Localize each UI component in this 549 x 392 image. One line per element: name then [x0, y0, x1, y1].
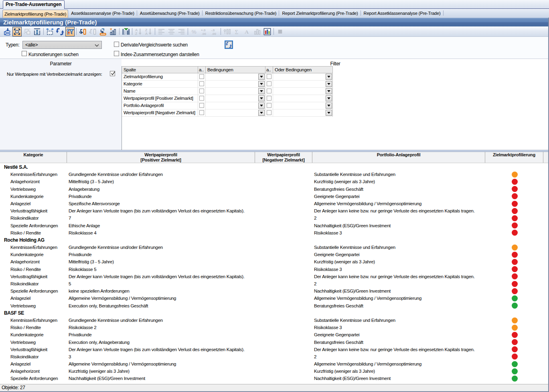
zielmarkt-status-dot-green [512, 361, 518, 367]
view-tab-3[interactable]: Assetüberwachung (Pre-Trade) [137, 9, 203, 18]
filter-active-checkbox[interactable] [267, 81, 271, 86]
view-tab-label: Assetklassenanalyse (Pre-Trade) [71, 9, 134, 17]
grid-data-row[interactable]: KundenkategoriePrivatkundeGeeignete Gege… [0, 251, 549, 258]
view-tab-1[interactable]: Zielmarktprofilierung (Pre-Trade) [2, 10, 68, 18]
view-tab-2[interactable]: Assetklassenanalyse (Pre-Trade) [68, 9, 137, 18]
add-decimal-button: +.0.00 [200, 27, 209, 36]
only-target-market-checkbox[interactable] [110, 71, 115, 76]
grid-data-row[interactable]: Risiko / RenditeRisikoklasse 4Risikoklas… [0, 229, 549, 236]
grid-group-row[interactable]: Nestlé S.A. [0, 164, 549, 171]
fit-width-button[interactable] [45, 27, 55, 36]
grid-data-row[interactable]: AnlagezielAllgemeine Vermögensbildung / … [0, 295, 549, 302]
grid-data-row[interactable]: VerlusttragfähigkeitDer Anleger kann Ver… [0, 346, 549, 353]
grid-data-row[interactable]: Spezielle AnforderungenNachhaltigkeit (E… [0, 375, 549, 382]
cell-kategorie: Kenntnisse/Erfahrungen [10, 171, 57, 178]
grid-data-row[interactable]: Kenntnisse/ErfahrungenGrundlegende Kennt… [0, 317, 549, 324]
grid-data-row[interactable]: Kenntnisse/ErfahrungenGrundlegende Kennt… [0, 244, 549, 251]
grid-data-row[interactable]: VerlusttragfähigkeitDer Anleger kann Ver… [0, 207, 549, 214]
fit-to-window-button[interactable] [12, 27, 22, 36]
cell-wertpapierprofil-positiv: Nachhaltigkeit (ESG)/Green Investment [69, 375, 145, 382]
grid-column-header-4[interactable]: Portfolio-Anlageprofil [312, 152, 485, 163]
grid-data-row[interactable]: Risiko / RenditeRisikoklasse 2Risikoklas… [0, 324, 549, 331]
workspace-tab-pre-trade-auswertungen[interactable]: Pre-Trade-Auswertungen [3, 0, 65, 9]
workspace-tab-label: Pre-Trade-Auswertungen [6, 2, 61, 7]
goto-row-button[interactable] [98, 27, 107, 36]
grid-data-row[interactable]: Spezielle AnforderungenEthische AnlageNa… [0, 222, 549, 229]
filter-active-checkbox[interactable] [267, 96, 271, 101]
condition-dropdown-button[interactable] [258, 88, 265, 94]
grid-data-row[interactable]: VertriebswegExecution only, Anlageberatu… [0, 339, 549, 346]
grid-data-row[interactable]: Risikoindikator32 [0, 353, 549, 360]
grid-data-row[interactable]: Risiko / RenditeRisikoklasse 5Risikoklas… [0, 266, 549, 273]
grid-column-header-2[interactable]: Wertpapierprofil[Positiver Zielmarkt] [67, 152, 255, 163]
filter-active-checkbox[interactable] [199, 74, 204, 79]
grid-data-row[interactable]: AnlagehorizontKurzfristig (weniger als 3… [0, 368, 549, 375]
grid-data-row[interactable]: KundenkategoriePrivatkundeGeeignete Gege… [0, 331, 549, 338]
load-layout-button[interactable] [2, 27, 12, 36]
grid-column-header-5[interactable]: Zielmarktprofilierung [485, 152, 543, 163]
cell-kategorie: Anlageziel [10, 200, 30, 207]
filter-settings-button[interactable] [65, 27, 75, 36]
filter-active-checkbox[interactable] [199, 96, 204, 101]
filter-active-checkbox[interactable] [199, 89, 204, 93]
chart-button[interactable] [263, 27, 272, 36]
grid-data-row[interactable]: Risikoindikator52 [0, 280, 549, 287]
execute-search-button[interactable] [225, 40, 233, 49]
cell-kategorie: Spezielle Anforderungen [10, 287, 58, 295]
condition-dropdown-button[interactable] [326, 110, 332, 116]
condition-dropdown-button[interactable] [258, 103, 265, 109]
view-tab-label: Assetüberwachung (Pre-Trade) [140, 9, 200, 17]
view-tab-4[interactable]: Restriktionsüberwachung (Pre-Trade) [203, 9, 280, 18]
column-stripes-button[interactable] [121, 27, 130, 36]
filter-active-checkbox[interactable] [199, 103, 204, 108]
grid-data-row[interactable]: VertriebswegAnlageberatungBeratungsfreie… [0, 186, 549, 193]
grid-data-row[interactable]: Spezielle Anforderungenkeine speziellen … [0, 287, 549, 295]
grid-data-row[interactable]: AnlagezielAllgemeine Vermögensbildung / … [0, 360, 549, 368]
dropdown-arrow-icon [260, 105, 263, 107]
grid-data-row[interactable]: VertriebswegExecution only, Beratungsfre… [0, 302, 549, 309]
zielmarkt-status-dot-green [512, 303, 518, 309]
condition-dropdown-button[interactable] [326, 74, 332, 80]
grid-data-row[interactable]: AnlagehorizontMittelfristig (3 - 5 Jahre… [0, 258, 549, 265]
filter-active-checkbox[interactable] [267, 74, 271, 79]
grid-column-header-3[interactable]: Wertpapierprofil[Negativer Zielmarkt] [255, 152, 312, 163]
filter-active-checkbox[interactable] [199, 81, 204, 86]
condition-dropdown-button[interactable] [326, 88, 332, 94]
grid-data-row[interactable]: VerlusttragfähigkeitDer Anleger kann Ver… [0, 273, 549, 280]
grid-data-row[interactable]: Risikoindikator72 [0, 214, 549, 222]
kursnotierungen-checkbox[interactable] [22, 51, 27, 56]
grid-group-row[interactable]: BASF SE [0, 309, 549, 317]
filter-active-checkbox[interactable] [267, 89, 271, 93]
condition-dropdown-button[interactable] [326, 95, 332, 101]
filter-active-cell [198, 109, 206, 117]
parameter-section-label: Parameter [0, 61, 122, 67]
fit-height-button[interactable] [32, 27, 42, 36]
goto-column-button[interactable] [78, 27, 87, 36]
grid-data-row[interactable]: AnlagehorizontMittelfristig (3 - 5 Jahre… [0, 178, 549, 185]
cell-wertpapierprofil-positiv: Allgemeine Vermögensbildung / Vermögenso… [69, 360, 176, 368]
view-tab-6[interactable]: Report Assetklassenanalyse (Pre-Trade) [361, 9, 444, 18]
condition-dropdown-button[interactable] [326, 103, 332, 109]
filter-active-checkbox[interactable] [199, 110, 204, 115]
view-tab-5[interactable]: Report Zielmarktprofilierung (Pre-Trade) [279, 9, 361, 18]
filter-active-checkbox[interactable] [267, 110, 271, 115]
refresh-button[interactable] [55, 27, 65, 36]
grid-column-header-line: Portfolio-Anlageprofil [312, 152, 485, 158]
grid-data-row[interactable]: Kenntnisse/ErfahrungenGrundlegende Kennt… [0, 171, 549, 178]
typen-select[interactable]: <alle> [22, 41, 102, 49]
condition-dropdown-button[interactable] [258, 81, 265, 87]
condition-dropdown-button[interactable] [258, 110, 265, 116]
condition-dropdown-button[interactable] [326, 81, 332, 87]
column-histogram-button[interactable] [108, 27, 117, 36]
derivate-checkbox[interactable] [114, 42, 119, 47]
grid-column-header-1[interactable]: Kategorie [0, 152, 67, 163]
index-checkbox[interactable] [114, 51, 119, 56]
grid-data-row[interactable]: AnlagezielSpezifische AltersvorsorgeAllg… [0, 200, 549, 207]
cell-wertpapierprofil-positiv: Privatkunde [69, 251, 91, 258]
condition-dropdown-button[interactable] [258, 74, 265, 80]
cell-wertpapierprofil-positiv: Privatkunde [69, 331, 91, 338]
grid-data-row[interactable]: KundenkategoriePrivatkundeGeeignete Gege… [0, 193, 549, 200]
condition-dropdown-button[interactable] [258, 95, 265, 101]
filter-active-checkbox[interactable] [267, 103, 271, 108]
grid-group-row[interactable]: Roche Holding AG [0, 236, 549, 244]
